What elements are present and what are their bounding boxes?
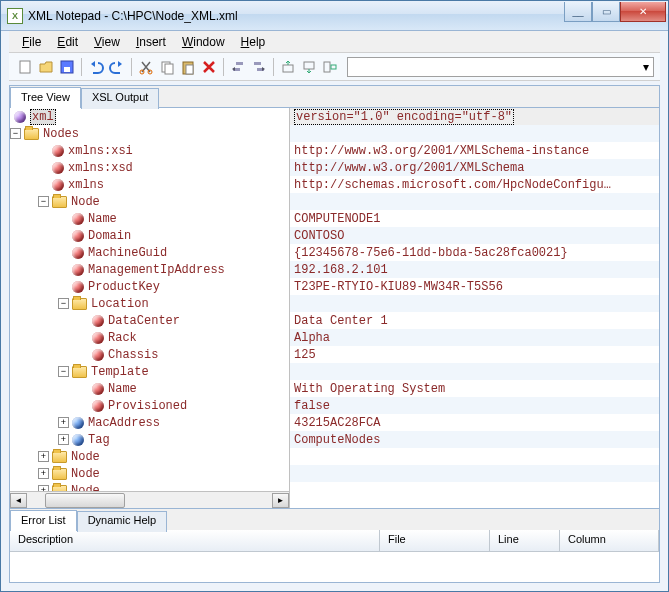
node-machineguid[interactable]: MachineGuid: [88, 246, 167, 260]
node-node[interactable]: Node: [71, 484, 100, 492]
value-xsd[interactable]: http://www.w3.org/2001/XMLSchema: [294, 161, 524, 175]
scroll-left-icon[interactable]: ◄: [10, 493, 27, 508]
redo-button[interactable]: [107, 57, 127, 77]
node-xmlns[interactable]: xmlns: [68, 178, 104, 192]
error-grid-body: [10, 552, 659, 582]
menu-help[interactable]: Help: [234, 33, 273, 51]
node-domain[interactable]: Domain: [88, 229, 131, 243]
value-xmldecl[interactable]: version="1.0" encoding="utf-8": [294, 109, 514, 125]
delete-button[interactable]: [199, 57, 219, 77]
tab-error-list[interactable]: Error List: [10, 510, 77, 531]
svg-rect-0: [20, 61, 30, 73]
tree-root[interactable]: xml: [30, 109, 56, 125]
undo-button[interactable]: [86, 57, 106, 77]
address-combo[interactable]: ▾: [347, 57, 654, 77]
node-rack[interactable]: Rack: [108, 331, 137, 345]
node-node[interactable]: Node: [71, 195, 100, 209]
node-location[interactable]: Location: [91, 297, 149, 311]
node-nodes[interactable]: Nodes: [43, 127, 79, 141]
node-xmlns-xsd[interactable]: xmlns:xsd: [68, 161, 133, 175]
close-button[interactable]: ✕: [620, 2, 666, 22]
attr-icon: [92, 349, 104, 361]
value-chassis[interactable]: 125: [294, 348, 316, 362]
scroll-thumb[interactable]: [45, 493, 125, 508]
folder-icon: [52, 196, 67, 208]
value-tname[interactable]: With Operating System: [294, 382, 445, 396]
node-provisioned[interactable]: Provisioned: [108, 399, 187, 413]
menu-window[interactable]: Window: [175, 33, 232, 51]
save-button[interactable]: [57, 57, 77, 77]
expander-icon[interactable]: +: [38, 451, 49, 462]
new-button[interactable]: [15, 57, 35, 77]
node-datacenter[interactable]: DataCenter: [108, 314, 180, 328]
menu-insert[interactable]: Insert: [129, 33, 173, 51]
tab-dynamic-help[interactable]: Dynamic Help: [77, 511, 167, 532]
svg-rect-2: [64, 67, 70, 72]
attr-icon: [72, 230, 84, 242]
menu-edit[interactable]: Edit: [50, 33, 85, 51]
menu-view[interactable]: View: [87, 33, 127, 51]
nudge-right-button[interactable]: [249, 57, 269, 77]
top-tabstrip: Tree View XSL Output: [10, 86, 659, 108]
minimize-button[interactable]: __: [564, 2, 592, 22]
value-tag[interactable]: ComputeNodes: [294, 433, 380, 447]
value-domain[interactable]: CONTOSO: [294, 229, 344, 243]
value-guid[interactable]: {12345678-75e6-11dd-bbda-5ac28fca0021}: [294, 246, 568, 260]
svg-rect-13: [283, 65, 293, 72]
open-button[interactable]: [36, 57, 56, 77]
node-node[interactable]: Node: [71, 450, 100, 464]
tree-pane[interactable]: xml −Nodes xmlns:xsi xmlns:xsd xmlns −No…: [10, 108, 290, 508]
value-provisioned[interactable]: false: [294, 399, 330, 413]
col-description[interactable]: Description: [10, 530, 380, 551]
node-node[interactable]: Node: [71, 467, 100, 481]
value-mac[interactable]: 43215AC28FCA: [294, 416, 380, 430]
value-name[interactable]: COMPUTENODE1: [294, 212, 380, 226]
svg-rect-8: [186, 65, 193, 74]
node-chassis[interactable]: Chassis: [108, 348, 158, 362]
paste-button[interactable]: [178, 57, 198, 77]
node-mac[interactable]: MacAddress: [88, 416, 160, 430]
node-xmlns-xsi[interactable]: xmlns:xsi: [68, 144, 133, 158]
col-line[interactable]: Line: [490, 530, 560, 551]
cut-button[interactable]: [136, 57, 156, 77]
value-xmlns[interactable]: http://schemas.microsoft.com/HpcNodeConf…: [294, 178, 611, 192]
tab-tree-view[interactable]: Tree View: [10, 87, 81, 108]
node-mgmtip[interactable]: ManagementIpAddress: [88, 263, 225, 277]
value-ip[interactable]: 192.168.2.101: [294, 263, 388, 277]
attr-icon: [92, 315, 104, 327]
expander-icon[interactable]: +: [38, 468, 49, 479]
node-template[interactable]: Template: [91, 365, 149, 379]
col-file[interactable]: File: [380, 530, 490, 551]
expander-icon[interactable]: +: [58, 434, 69, 445]
nudge-left-button[interactable]: [228, 57, 248, 77]
copy-button[interactable]: [157, 57, 177, 77]
expander-icon[interactable]: −: [38, 196, 49, 207]
expander-icon[interactable]: −: [58, 366, 69, 377]
insert-child-button[interactable]: [320, 57, 340, 77]
svg-rect-11: [254, 62, 261, 65]
folder-icon: [72, 366, 87, 378]
value-pkey[interactable]: T23PE-RTYIO-KIU89-MW34R-T5S56: [294, 280, 503, 294]
node-tag[interactable]: Tag: [88, 433, 110, 447]
tree-h-scrollbar[interactable]: ◄ ►: [10, 491, 289, 508]
value-pane[interactable]: version="1.0" encoding="utf-8" http://ww…: [290, 108, 659, 508]
node-t-name[interactable]: Name: [108, 382, 137, 396]
value-rack[interactable]: Alpha: [294, 331, 330, 345]
insert-before-button[interactable]: [278, 57, 298, 77]
node-productkey[interactable]: ProductKey: [88, 280, 160, 294]
expander-icon[interactable]: −: [58, 298, 69, 309]
toolbar: ▾: [9, 53, 660, 81]
scroll-right-icon[interactable]: ►: [272, 493, 289, 508]
node-name[interactable]: Name: [88, 212, 117, 226]
expander-icon[interactable]: −: [10, 128, 21, 139]
col-column[interactable]: Column: [560, 530, 659, 551]
insert-after-button[interactable]: [299, 57, 319, 77]
maximize-button[interactable]: ▭: [592, 2, 620, 22]
titlebar[interactable]: X XML Notepad - C:\HPC\Node_XML.xml __ ▭…: [1, 1, 668, 31]
bottom-tabstrip: Error List Dynamic Help: [10, 508, 659, 530]
tab-xsl-output[interactable]: XSL Output: [81, 88, 159, 109]
value-xsi[interactable]: http://www.w3.org/2001/XMLSchema-instanc…: [294, 144, 589, 158]
expander-icon[interactable]: +: [58, 417, 69, 428]
value-datacenter[interactable]: Data Center 1: [294, 314, 388, 328]
menu-file[interactable]: File: [15, 33, 48, 51]
